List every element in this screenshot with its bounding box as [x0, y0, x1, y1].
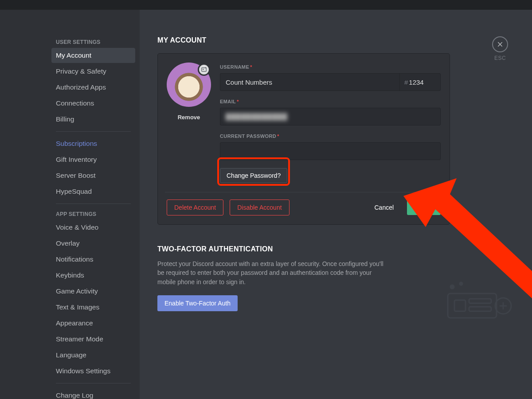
save-button[interactable]: Save — [407, 200, 441, 215]
sidebar-item-keybinds[interactable]: Keybinds — [51, 268, 135, 283]
password-input-row — [220, 142, 441, 160]
page-title: MY ACCOUNT — [157, 36, 450, 44]
close-icon — [497, 41, 504, 48]
sidebar-item-my-account[interactable]: My Account — [51, 48, 135, 63]
sidebar-item-billing[interactable]: Billing — [51, 112, 135, 127]
sidebar-section-app: APP SETTINGS — [51, 208, 135, 220]
sidebar-item-authorized-apps[interactable]: Authorized Apps — [51, 80, 135, 95]
svg-rect-6 — [469, 307, 491, 311]
sidebar-separator — [56, 131, 131, 132]
discriminator-display: #1234 — [399, 74, 440, 90]
avatar-remove-link[interactable]: Remove — [178, 114, 200, 121]
svg-point-8 — [460, 282, 462, 285]
svg-rect-5 — [469, 299, 491, 303]
disable-account-button[interactable]: Disable Account — [230, 200, 289, 215]
username-label: USERNAME* — [220, 64, 441, 70]
change-password-button[interactable]: Change Password? — [220, 168, 287, 183]
svg-rect-0 — [202, 68, 207, 71]
delete-account-button[interactable]: Delete Account — [167, 200, 223, 215]
sidebar-item-overlay[interactable]: Overlay — [51, 236, 135, 251]
tfa-description: Protect your Discord account with an ext… — [157, 259, 388, 286]
sidebar-separator — [56, 383, 131, 383]
sidebar-item-connections[interactable]: Connections — [51, 96, 135, 111]
titlebar — [0, 0, 532, 10]
username-input[interactable] — [220, 74, 399, 90]
sidebar-item-server-boost[interactable]: Server Boost — [51, 168, 135, 183]
account-card: Remove USERNAME* #1234 — [157, 53, 450, 225]
sidebar-item-notifications[interactable]: Notifications — [51, 252, 135, 267]
sidebar-item-subscriptions[interactable]: Subscriptions — [51, 136, 135, 151]
email-input-row — [220, 108, 441, 125]
sidebar-item-text-images[interactable]: Text & Images — [51, 300, 135, 315]
avatar[interactable] — [167, 63, 211, 107]
sidebar-item-windows-settings[interactable]: Windows Settings — [51, 364, 135, 379]
lock-illustration — [439, 276, 519, 325]
sidebar-item-streamer-mode[interactable]: Streamer Mode — [51, 332, 135, 347]
password-label: CURRENT PASSWORD* — [220, 133, 441, 139]
sidebar-item-game-activity[interactable]: Game Activity — [51, 284, 135, 299]
email-input[interactable] — [220, 108, 440, 125]
enable-2fa-button[interactable]: Enable Two-Factor Auth — [157, 295, 238, 311]
close-button[interactable] — [492, 36, 508, 52]
sidebar-item-appearance[interactable]: Appearance — [51, 316, 135, 331]
sidebar-item-change-log[interactable]: Change Log — [51, 388, 135, 399]
cancel-button[interactable]: Cancel — [367, 200, 401, 215]
sidebar-separator — [56, 203, 131, 204]
card-separator — [165, 192, 442, 192]
sidebar-item-voice-video[interactable]: Voice & Video — [51, 220, 135, 235]
svg-rect-3 — [454, 300, 466, 311]
settings-sidebar: USER SETTINGS My AccountPrivacy & Safety… — [0, 10, 140, 399]
sidebar-item-hypesquad[interactable]: HypeSquad — [51, 184, 135, 199]
sidebar-item-privacy-safety[interactable]: Privacy & Safety — [51, 64, 135, 79]
tfa-title: TWO-FACTOR AUTHENTICATION — [157, 245, 388, 253]
svg-point-7 — [450, 285, 454, 289]
upload-image-icon — [201, 66, 207, 73]
content-area: ESC MY ACCOUNT Remove — [140, 10, 532, 399]
sidebar-item-language[interactable]: Language — [51, 348, 135, 363]
sidebar-section-user: USER SETTINGS — [51, 36, 135, 48]
username-input-row: #1234 — [220, 73, 441, 91]
close-label: ESC — [494, 55, 506, 61]
sidebar-item-gift-inventory[interactable]: Gift Inventory — [51, 152, 135, 167]
email-label: EMAIL* — [220, 99, 441, 104]
current-password-input[interactable] — [220, 143, 440, 160]
svg-point-1 — [203, 69, 203, 70]
avatar-upload-button[interactable] — [198, 63, 210, 76]
